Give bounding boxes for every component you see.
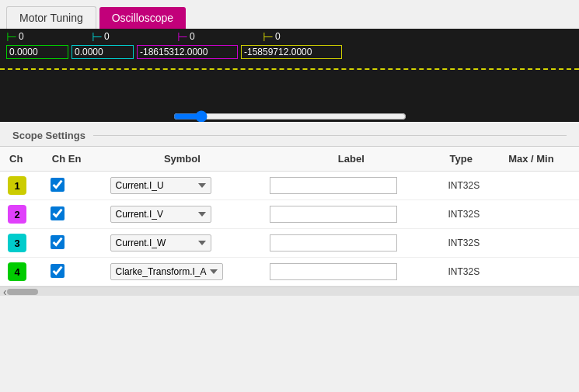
ch1-tick-icon: ⊢ [6, 31, 17, 43]
scope-display: ⊢ 0 ⊢ 0 ⊢ 0 ⊢ 0 [0, 29, 579, 122]
col-ch: Ch [0, 147, 43, 172]
ch4-badge-cell: 4 [0, 258, 43, 286]
ch1-enable-checkbox[interactable] [51, 178, 65, 192]
ch3-badge: 3 [8, 234, 26, 252]
ch1-value-input[interactable] [6, 45, 68, 59]
ch2-badge: 2 [8, 205, 26, 224]
ch1-badge: 1 [8, 176, 26, 195]
ch1-maxmin-cell [499, 172, 579, 200]
ch3-tick-icon: ⊢ [177, 31, 188, 43]
ch2-indicator: ⊢ 0 [92, 31, 177, 43]
scope-slider[interactable] [173, 110, 406, 122]
ch3-badge-cell: 3 [0, 229, 43, 258]
ch2-number: 0 [104, 31, 110, 42]
ch2-label-cell [262, 200, 440, 229]
table-row: 1Current.I_UINT32S [0, 172, 579, 200]
col-label: Label [262, 147, 440, 172]
ch4-enable-checkbox[interactable] [51, 264, 65, 278]
ch3-indicator: ⊢ 0 [177, 31, 263, 43]
ch4-label-cell [262, 258, 440, 286]
ch1-indicator: ⊢ 0 [6, 31, 92, 43]
ch3-symbol-select[interactable]: Current.I_W [110, 234, 211, 252]
slider-area: 0 [0, 107, 579, 122]
ch2-value-input[interactable] [72, 45, 134, 59]
ch4-type: INT32S [441, 258, 500, 286]
table-header-row: Ch Ch En Symbol Label Type Max / Min [0, 147, 579, 172]
channel-table: Ch Ch En Symbol Label Type Max / Min 1Cu… [0, 147, 579, 286]
ch4-value-input[interactable] [241, 45, 342, 59]
ch4-enable-cell [43, 258, 103, 286]
ch2-symbol-select[interactable]: Current.I_V [110, 206, 211, 223]
ch3-enable-checkbox[interactable] [51, 235, 65, 249]
table-row: 2Current.I_VINT32S [0, 200, 579, 229]
col-symbol: Symbol [103, 147, 263, 172]
app-container: Motor Tuning Oscilloscope ⊢ 0 ⊢ 0 ⊢ 0 ⊢ … [0, 0, 579, 392]
ch2-tick-icon: ⊢ [92, 31, 103, 43]
ch1-number: 0 [19, 31, 24, 42]
ch4-number: 0 [275, 31, 281, 42]
tab-motor-tuning[interactable]: Motor Tuning [6, 6, 96, 29]
ch4-label-input[interactable] [270, 263, 397, 280]
ch1-label-cell [262, 172, 440, 200]
ch1-symbol-select[interactable]: Current.I_U [110, 177, 211, 194]
scrollbar-thumb[interactable] [7, 289, 38, 295]
ch2-label-input[interactable] [270, 206, 397, 223]
col-ch-en: Ch En [43, 147, 103, 172]
ch2-type: INT32S [441, 200, 500, 229]
col-type: Type [441, 147, 500, 172]
ch3-maxmin-cell [499, 229, 579, 258]
ch2-badge-cell: 2 [0, 200, 43, 229]
ch4-maxmin-cell [499, 258, 579, 286]
channel-indicator-row: ⊢ 0 ⊢ 0 ⊢ 0 ⊢ 0 [0, 29, 579, 43]
ch4-symbol-cell: Clarke_Transform.I_A [103, 258, 263, 286]
scope-settings-label: Scope Settings [12, 130, 85, 141]
tab-oscilloscope[interactable]: Oscilloscope [99, 7, 186, 29]
ch4-symbol-select[interactable]: Clarke_Transform.I_A [110, 263, 223, 280]
col-max-min: Max / Min [499, 147, 579, 172]
table-row: 3Current.I_WINT32S [0, 229, 579, 258]
ch4-waveform-line [0, 68, 579, 70]
ch2-enable-checkbox[interactable] [51, 206, 65, 220]
ch2-enable-cell [43, 200, 103, 229]
table-row: 4Clarke_Transform.I_AINT32S [0, 258, 579, 286]
ch2-symbol-cell: Current.I_V [103, 200, 263, 229]
ch1-symbol-cell: Current.I_U [103, 172, 263, 200]
ch4-tick-icon: ⊢ [263, 31, 274, 43]
tab-bar: Motor Tuning Oscilloscope [0, 0, 579, 29]
ch2-maxmin-cell [499, 200, 579, 229]
ch1-enable-cell [43, 172, 103, 200]
ch1-badge-cell: 1 [0, 172, 43, 200]
ch1-type: INT32S [441, 172, 500, 200]
ch3-type: INT32S [441, 229, 500, 258]
ch3-enable-cell [43, 229, 103, 258]
settings-separator [93, 135, 567, 136]
horizontal-scrollbar[interactable]: ‹ [0, 286, 579, 296]
ch3-label-cell [262, 229, 440, 258]
scope-settings-header: Scope Settings [0, 122, 579, 147]
value-inputs-row [0, 43, 579, 61]
ch4-badge: 4 [8, 262, 26, 281]
ch3-symbol-cell: Current.I_W [103, 229, 263, 258]
ch3-value-input[interactable] [137, 45, 238, 59]
ch3-label-input[interactable] [270, 234, 397, 252]
ch1-label-input[interactable] [270, 177, 397, 194]
channel-table-container: Ch Ch En Symbol Label Type Max / Min 1Cu… [0, 147, 579, 286]
ch3-number: 0 [190, 31, 195, 42]
ch4-indicator: ⊢ 0 [263, 31, 348, 43]
waveform-area [0, 61, 579, 107]
